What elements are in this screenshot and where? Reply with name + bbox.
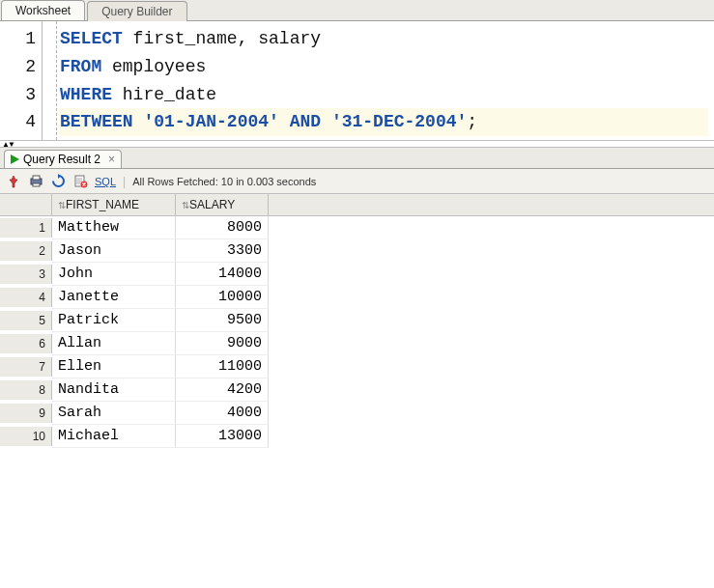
cell-first-name[interactable]: Nandita — [52, 378, 176, 402]
cell-first-name[interactable]: Matthew — [52, 216, 176, 239]
line-number: 3 — [10, 81, 36, 109]
cell-first-name[interactable]: Allan — [52, 332, 176, 355]
cell-salary[interactable]: 14000 — [176, 263, 269, 286]
cell-first-name[interactable]: Janette — [52, 286, 176, 309]
column-header-first-name[interactable]: ⇅ FIRST_NAME — [52, 194, 176, 215]
cell-salary[interactable]: 9000 — [176, 332, 269, 355]
table-row[interactable]: 1Matthew8000 — [0, 216, 714, 239]
cell-salary[interactable]: 3300 — [176, 239, 269, 263]
tab-query-builder[interactable]: Query Builder — [87, 1, 186, 21]
row-number-cell: 6 — [0, 334, 52, 353]
table-row[interactable]: 6Allan9000 — [0, 332, 714, 355]
row-number-cell: 4 — [0, 288, 52, 307]
row-number-cell: 10 — [0, 427, 52, 446]
editor-tab-strip: Worksheet Query Builder — [0, 0, 714, 21]
run-icon — [11, 154, 19, 164]
row-number-cell: 9 — [0, 404, 52, 423]
cell-first-name[interactable]: Patrick — [52, 309, 176, 332]
toolbar-separator: | — [123, 175, 126, 188]
result-toolbar: SQL | All Rows Fetched: 10 in 0.003 seco… — [0, 169, 714, 194]
table-row[interactable]: 7Ellen11000 — [0, 355, 714, 378]
result-tab-strip: Query Result 2 × — [0, 148, 714, 169]
svg-rect-1 — [33, 176, 40, 180]
editor-gutter: 1234 — [0, 21, 43, 140]
code-line[interactable]: SELECT first_name, salary — [60, 25, 708, 53]
sort-icon: ⇅ — [182, 200, 186, 210]
result-grid: ⇅ FIRST_NAME ⇅ SALARY 1Matthew80002Jason… — [0, 194, 714, 448]
column-label: SALARY — [189, 198, 235, 211]
sql-editor[interactable]: 1234 SELECT first_name, salaryFROM emplo… — [0, 21, 714, 141]
svg-rect-2 — [33, 183, 40, 186]
cell-salary[interactable]: 10000 — [176, 286, 269, 309]
row-number-cell: 1 — [0, 218, 52, 238]
line-number: 1 — [10, 25, 36, 53]
cell-salary[interactable]: 9500 — [176, 309, 269, 332]
pin-icon[interactable] — [6, 174, 21, 189]
table-row[interactable]: 10Michael13000 — [0, 425, 714, 448]
cell-first-name[interactable]: Sarah — [52, 402, 176, 425]
tab-query-result[interactable]: Query Result 2 × — [4, 150, 122, 168]
line-number: 2 — [10, 53, 36, 81]
code-line[interactable]: WHERE hire_date — [60, 81, 708, 109]
tab-worksheet[interactable]: Worksheet — [1, 0, 85, 20]
code-line[interactable]: BETWEEN '01-JAN-2004' AND '31-DEC-2004'; — [60, 108, 708, 136]
table-row[interactable]: 2Jason3300 — [0, 239, 714, 263]
print-icon[interactable] — [28, 174, 43, 189]
cell-first-name[interactable]: Ellen — [52, 355, 176, 378]
editor-content[interactable]: SELECT first_name, salaryFROM employeesW… — [43, 21, 714, 140]
table-row[interactable]: 3John14000 — [0, 263, 714, 286]
row-number-cell: 5 — [0, 311, 52, 330]
line-number: 4 — [10, 108, 36, 136]
grid-body: 1Matthew80002Jason33003John140004Janette… — [0, 216, 714, 448]
delete-icon[interactable] — [72, 174, 88, 189]
table-row[interactable]: 5Patrick9500 — [0, 309, 714, 332]
cell-salary[interactable]: 13000 — [176, 425, 269, 448]
cell-first-name[interactable]: Jason — [52, 239, 176, 263]
cell-salary[interactable]: 8000 — [176, 216, 269, 239]
cell-first-name[interactable]: John — [52, 263, 176, 286]
close-icon[interactable]: × — [108, 153, 115, 166]
row-number-cell: 7 — [0, 357, 52, 377]
cell-salary[interactable]: 4000 — [176, 402, 269, 425]
column-header-salary[interactable]: ⇅ SALARY — [176, 194, 269, 215]
result-tab-label: Query Result 2 — [23, 153, 100, 166]
row-number-cell: 8 — [0, 380, 52, 400]
editor-margin-guide — [56, 21, 57, 140]
refresh-icon[interactable] — [50, 174, 66, 189]
row-number-header — [0, 194, 52, 215]
sql-button[interactable]: SQL — [95, 176, 116, 187]
pane-resizer[interactable]: ▲▼ — [0, 141, 714, 148]
sort-icon: ⇅ — [58, 200, 63, 210]
column-label: FIRST_NAME — [66, 198, 139, 211]
code-line[interactable]: FROM employees — [60, 53, 708, 81]
table-row[interactable]: 9Sarah4000 — [0, 402, 714, 425]
status-text: All Rows Fetched: 10 in 0.003 seconds — [132, 176, 316, 187]
row-number-cell: 2 — [0, 241, 52, 261]
cell-salary[interactable]: 4200 — [176, 378, 269, 402]
grid-header-row: ⇅ FIRST_NAME ⇅ SALARY — [0, 194, 714, 216]
cell-first-name[interactable]: Michael — [52, 425, 176, 448]
row-number-cell: 3 — [0, 265, 52, 284]
cell-salary[interactable]: 11000 — [176, 355, 269, 378]
table-row[interactable]: 4Janette10000 — [0, 286, 714, 309]
table-row[interactable]: 8Nandita4200 — [0, 378, 714, 402]
